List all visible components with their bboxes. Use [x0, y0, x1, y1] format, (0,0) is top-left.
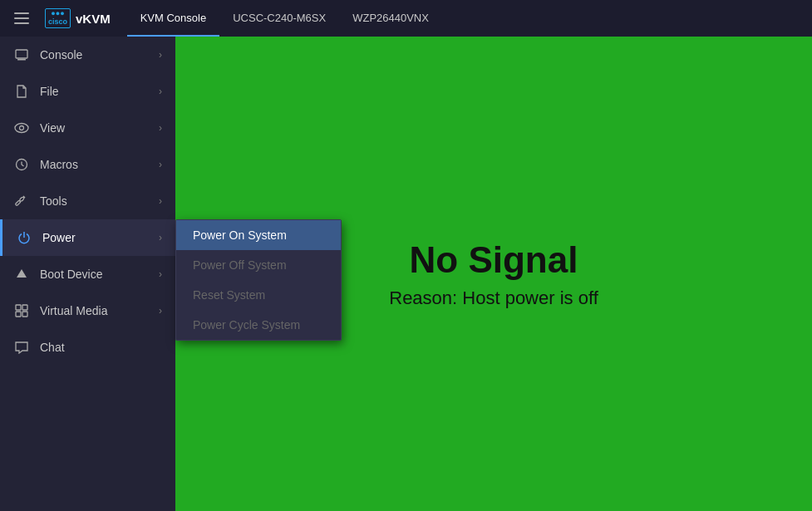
sidebar-item-virtual-media-label: Virtual Media — [40, 304, 149, 317]
power-dropdown: Power On System Power Off System Reset S… — [175, 219, 342, 341]
chevron-right-icon: › — [159, 305, 162, 317]
cisco-logo: ●●●cisco — [45, 8, 71, 28]
sidebar-item-virtual-media[interactable]: Virtual Media › — [0, 292, 175, 329]
chevron-right-icon: › — [159, 122, 162, 134]
sidebar-item-console[interactable]: Console › — [0, 37, 175, 73]
svg-rect-0 — [16, 50, 27, 58]
sidebar-item-power[interactable]: Power › — [0, 219, 175, 256]
file-icon — [13, 83, 30, 100]
svg-rect-1 — [17, 59, 26, 61]
power-cycle-option[interactable]: Power Cycle System — [176, 310, 341, 340]
header: ●●●cisco vKVM KVM Console UCSC-C240-M6SX… — [0, 0, 812, 37]
sidebar-item-tools-label: Tools — [40, 194, 149, 208]
view-icon — [13, 120, 30, 136]
sidebar: Console › File › View › Macros › — [0, 37, 175, 511]
no-signal-container: No Signal Reason: Host power is off — [389, 239, 598, 309]
sidebar-item-view[interactable]: View › — [0, 110, 175, 146]
sidebar-item-chat-label: Chat — [40, 341, 162, 354]
chevron-right-icon: › — [159, 49, 162, 61]
sidebar-item-boot-device[interactable]: Boot Device › — [0, 256, 175, 292]
sidebar-item-file[interactable]: File › — [0, 73, 175, 110]
power-icon — [16, 229, 32, 246]
power-on-option[interactable]: Power On System — [176, 220, 341, 250]
svg-rect-6 — [22, 305, 27, 310]
chevron-right-icon: › — [159, 86, 162, 97]
nav-tabs: KVM Console UCSC-C240-M6SX WZP26440VNX — [127, 0, 442, 37]
sidebar-item-console-label: Console — [40, 48, 149, 61]
main-layout: Console › File › View › Macros › — [0, 37, 812, 511]
power-off-option[interactable]: Power Off System — [176, 250, 341, 280]
sidebar-item-macros-label: Macros — [40, 158, 149, 171]
console-icon — [13, 47, 30, 63]
virtual-media-icon — [13, 302, 30, 319]
hamburger-button[interactable] — [7, 0, 37, 37]
reset-system-option[interactable]: Reset System — [176, 280, 341, 310]
tab-ucsc[interactable]: UCSC-C240-M6SX — [219, 0, 339, 37]
sidebar-item-power-label: Power — [42, 231, 149, 244]
sidebar-item-chat[interactable]: Chat — [0, 329, 175, 366]
sidebar-item-macros[interactable]: Macros › — [0, 146, 175, 183]
sidebar-item-view-label: View — [40, 121, 149, 135]
brand: ●●●cisco vKVM — [37, 8, 119, 28]
sidebar-item-tools[interactable]: Tools › — [0, 183, 175, 219]
sidebar-item-boot-device-label: Boot Device — [40, 268, 149, 281]
app-title: vKVM — [76, 12, 111, 26]
chevron-right-icon: › — [159, 195, 162, 207]
svg-rect-8 — [22, 312, 27, 317]
tab-kvm-console[interactable]: KVM Console — [127, 0, 219, 37]
chevron-right-icon: › — [159, 232, 162, 243]
no-signal-reason: Reason: Host power is off — [389, 287, 598, 309]
power-row: Power › Power On System Power Off System… — [0, 219, 175, 256]
macros-icon — [13, 156, 30, 173]
svg-point-3 — [20, 126, 24, 130]
svg-rect-5 — [16, 305, 21, 310]
no-signal-title: No Signal — [410, 239, 578, 281]
boot-icon — [13, 266, 30, 283]
tools-icon — [13, 193, 30, 209]
svg-rect-7 — [16, 312, 21, 317]
tab-wzp[interactable]: WZP26440VNX — [339, 0, 442, 37]
chevron-right-icon: › — [159, 159, 162, 170]
chat-icon — [13, 339, 30, 356]
chevron-right-icon: › — [159, 268, 162, 280]
sidebar-item-file-label: File — [40, 85, 149, 98]
svg-point-2 — [15, 124, 28, 133]
